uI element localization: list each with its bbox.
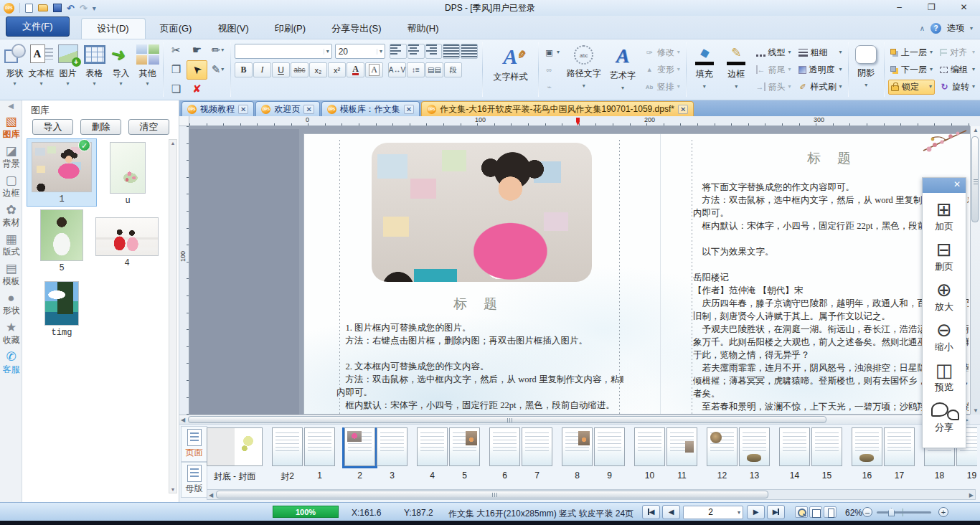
text-align-button[interactable] xyxy=(390,44,407,59)
close-tab-icon[interactable]: ✕ xyxy=(678,105,688,114)
photo-frame-girl[interactable] xyxy=(372,143,592,282)
options-button[interactable]: 选项 xyxy=(947,22,964,34)
text-format-button[interactable]: I xyxy=(253,62,271,77)
page-thumbnail-preview[interactable] xyxy=(634,427,665,466)
caret-down-icon[interactable]: ▾ xyxy=(55,81,81,87)
menu-item[interactable]: 设计(D) xyxy=(81,18,146,39)
caret-down-icon[interactable]: ▾ xyxy=(108,81,134,87)
wordart-side-button[interactable]: 修改 ▾ xyxy=(643,45,682,60)
page-thumbnail-preview[interactable] xyxy=(304,427,335,466)
page-thumbnail[interactable]: 7 xyxy=(522,427,552,481)
caret-down-icon[interactable]: ▾ xyxy=(134,81,161,87)
next-page-button[interactable]: ▶ xyxy=(747,505,765,519)
arrange-button[interactable]: 编组 ▾ xyxy=(938,62,977,77)
gallery-image-thumbnail[interactable] xyxy=(44,281,79,326)
wordart-side-button[interactable]: 变形 ▾ xyxy=(643,62,682,77)
help-icon[interactable]: ? xyxy=(930,23,941,34)
scroll-left-icon[interactable]: ◀ xyxy=(209,492,213,498)
select-cursor-button[interactable]: ➤ xyxy=(187,60,207,80)
text-spacing-button[interactable]: ▤▤ xyxy=(425,62,443,77)
layer-button[interactable]: 上一层 ▾ xyxy=(888,45,935,60)
menu-item[interactable]: 文件(F) xyxy=(6,16,70,37)
arrange-button[interactable]: 对齐 ▾ xyxy=(938,45,977,60)
text-wrap-button[interactable]: ▣▾ xyxy=(542,45,562,60)
page-thumbnail-preview[interactable] xyxy=(449,427,480,466)
page-thumbnail[interactable]: 11 xyxy=(666,427,697,481)
unlink-frames-button[interactable]: ⌁ xyxy=(542,80,562,95)
page-thumbnail[interactable]: 13 xyxy=(739,427,770,481)
insert-tool-button[interactable]: 图片 ▾ xyxy=(55,41,81,98)
gallery-action-button[interactable]: 导入 xyxy=(32,119,73,135)
sidebar-item[interactable]: ● 形状 xyxy=(0,291,22,316)
text-format-button[interactable]: A xyxy=(347,62,364,77)
text-align-button[interactable] xyxy=(443,44,460,59)
page-tool-button[interactable]: ◫ 预览 xyxy=(923,360,966,394)
page-thumbnail[interactable]: 封底 - 封面 xyxy=(207,427,263,483)
border-button[interactable]: ✎ 边框 ▾ xyxy=(720,41,752,98)
style-button[interactable]: 透明度 ▾ xyxy=(796,62,844,77)
text-format-button[interactable]: abc xyxy=(291,62,308,77)
text-format-button[interactable]: U xyxy=(272,62,290,77)
document-tab[interactable]: DPS 作文集-大16开软皮平装-花鸟中国风作文集190701-1059.dps… xyxy=(421,101,694,116)
page-thumbnail-preview[interactable] xyxy=(884,427,915,466)
page-tool-button[interactable]: ⊞ 加页 xyxy=(923,199,966,233)
page-thumbnail[interactable]: 12 xyxy=(707,427,738,481)
left-page-text-frame[interactable]: 1. 图片框内可替换成您的图片。 方法：右键点击图片框，删除内图；再双击图片框插… xyxy=(336,322,623,415)
text-align-button[interactable] xyxy=(461,44,478,59)
fit-width-button[interactable] xyxy=(824,506,837,518)
pan-hand-button[interactable]: ☛ xyxy=(187,41,207,60)
page-tool-button[interactable]: ⊟ 删页 xyxy=(923,240,966,273)
gallery-action-button[interactable]: 清空 xyxy=(128,119,169,135)
page-thumbnail-preview[interactable] xyxy=(207,427,263,466)
first-page-button[interactable]: ◀ xyxy=(642,505,660,519)
document-canvas[interactable]: 标 题 1. 图片框内可替换成您的图片。 方法：右键点击图片框，删除内图；再双击… xyxy=(189,126,970,415)
insert-tool-button[interactable]: 表格 ▾ xyxy=(81,41,108,98)
page-thumbnail-preview[interactable] xyxy=(811,427,842,466)
page-thumbnail[interactable]: 10 xyxy=(634,427,665,481)
scroll-down-icon[interactable]: ▼ xyxy=(973,407,979,414)
close-tab-icon[interactable]: ✕ xyxy=(404,105,414,114)
layer-button[interactable]: 锁定 ▾ xyxy=(888,80,935,95)
page-thumbnail[interactable]: 4 xyxy=(417,427,448,481)
text-format-button[interactable]: x₂ xyxy=(309,62,327,77)
page-thumbnail[interactable]: 5 xyxy=(449,427,480,481)
page-thumbnail-preview[interactable] xyxy=(489,427,520,466)
page-thumbnail[interactable]: 16 xyxy=(852,427,882,481)
sidebar-item[interactable]: ✆ 客服 xyxy=(0,350,22,374)
close-tab-icon[interactable]: ✕ xyxy=(303,105,314,114)
gallery-image-item[interactable]: ✓ u xyxy=(105,142,151,206)
shadow-button[interactable]: 阴影 ▾ xyxy=(851,41,882,98)
thumbnails-scrollbar[interactable]: ◀ ▶ xyxy=(207,489,976,500)
page-thumbnail-preview[interactable] xyxy=(522,427,552,466)
last-page-button[interactable]: ▶ xyxy=(767,505,785,519)
text-align-button[interactable] xyxy=(407,44,425,59)
close-panel-icon[interactable]: ✕ xyxy=(953,179,961,189)
menu-item[interactable]: 视图(V) xyxy=(206,19,260,39)
arrange-button[interactable]: 旋转 ▾ xyxy=(938,80,977,95)
layer-button[interactable]: 下一层 ▾ xyxy=(888,62,935,77)
zoom-in-button[interactable]: + xyxy=(938,507,948,517)
sidebar-item[interactable]: ★ 收藏 xyxy=(0,321,22,345)
page-thumbnail-preview[interactable] xyxy=(344,427,375,466)
page-tool-button[interactable]: ⊖ 缩小 xyxy=(923,320,966,354)
insert-tool-button[interactable]: 形状 ▾ xyxy=(1,41,28,98)
collapse-ribbon-icon[interactable]: ∧ xyxy=(920,24,925,32)
text-spacing-button[interactable]: 段 xyxy=(444,62,462,77)
page-tool-button[interactable]: ⊕ 放大 xyxy=(923,280,966,313)
delete-button[interactable]: ✘ xyxy=(187,80,207,99)
scroll-right-icon[interactable]: ▶ xyxy=(969,492,974,498)
style-button[interactable]: 粗细 ▾ xyxy=(796,45,844,60)
page-thumbnail[interactable]: 9 xyxy=(594,427,625,481)
style-button[interactable]: 样式刷 ▾ xyxy=(796,80,844,95)
page-thumbnail[interactable]: 6 xyxy=(489,427,520,481)
page-thumbnail[interactable]: 3 xyxy=(377,427,407,481)
line-style-button[interactable]: 箭头 ▾ xyxy=(754,80,793,95)
caret-down-icon[interactable]: ▾ xyxy=(28,81,55,87)
sidebar-item[interactable]: ▤ 模板 xyxy=(0,262,22,286)
document-tab[interactable]: DPS 视频教程 ✕ xyxy=(182,101,254,116)
copy-button[interactable]: ❐ xyxy=(166,60,187,80)
pages-tab[interactable]: 母版 xyxy=(181,462,207,498)
gallery-scrollbar[interactable]: ▲ ▼ xyxy=(169,139,177,493)
page-thumbnail[interactable]: 14 xyxy=(779,427,810,481)
gallery-image-thumbnail[interactable] xyxy=(95,217,159,256)
